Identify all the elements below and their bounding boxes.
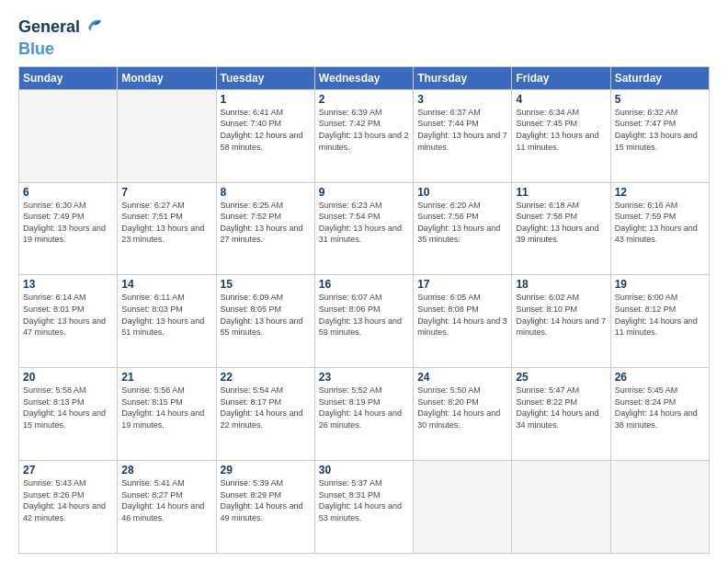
calendar-cell: 15 Sunrise: 6:09 AMSunset: 8:05 PMDaylig… [216, 275, 314, 368]
day-info: Sunrise: 6:32 AMSunset: 7:47 PMDaylight:… [615, 107, 705, 153]
day-number: 10 [417, 186, 507, 199]
day-number: 21 [121, 371, 211, 384]
calendar-cell [512, 461, 610, 554]
day-number: 20 [23, 371, 113, 384]
calendar-cell: 19 Sunrise: 6:00 AMSunset: 8:12 PMDaylig… [610, 275, 709, 368]
page: General Blue SundayMondayTuesdayWednesda… [0, 0, 728, 563]
day-number: 14 [121, 278, 211, 291]
day-info: Sunrise: 6:09 AMSunset: 8:05 PMDaylight:… [221, 292, 311, 338]
calendar-cell: 18 Sunrise: 6:02 AMSunset: 8:10 PMDaylig… [512, 275, 610, 368]
day-info: Sunrise: 6:23 AMSunset: 7:54 PMDaylight:… [319, 200, 409, 246]
day-number: 11 [516, 186, 606, 199]
calendar-cell: 23 Sunrise: 5:52 AMSunset: 8:19 PMDaylig… [314, 368, 413, 461]
day-number: 7 [121, 186, 211, 199]
calendar-cell: 6 Sunrise: 6:30 AMSunset: 7:49 PMDayligh… [19, 182, 118, 275]
calendar-cell: 8 Sunrise: 6:25 AMSunset: 7:52 PMDayligh… [216, 182, 314, 275]
calendar-cell: 26 Sunrise: 5:45 AMSunset: 8:24 PMDaylig… [610, 368, 709, 461]
calendar-cell: 7 Sunrise: 6:27 AMSunset: 7:51 PMDayligh… [118, 182, 216, 275]
day-number: 2 [319, 93, 409, 106]
day-info: Sunrise: 6:34 AMSunset: 7:45 PMDaylight:… [516, 107, 606, 153]
day-info: Sunrise: 6:20 AMSunset: 7:56 PMDaylight:… [417, 200, 507, 246]
calendar-cell: 12 Sunrise: 6:16 AMSunset: 7:59 PMDaylig… [610, 182, 709, 275]
day-number: 30 [319, 464, 409, 477]
calendar-cell: 30 Sunrise: 5:37 AMSunset: 8:31 PMDaylig… [314, 461, 413, 554]
day-number: 29 [221, 464, 311, 477]
day-info: Sunrise: 5:39 AMSunset: 8:29 PMDaylight:… [221, 477, 311, 523]
calendar-cell: 2 Sunrise: 6:39 AMSunset: 7:42 PMDayligh… [314, 89, 413, 182]
weekday-header-monday: Monday [118, 66, 216, 89]
day-info: Sunrise: 5:52 AMSunset: 8:19 PMDaylight:… [319, 385, 409, 431]
weekday-header-saturday: Saturday [610, 66, 709, 89]
day-info: Sunrise: 6:14 AMSunset: 8:01 PMDaylight:… [23, 292, 113, 338]
day-number: 12 [615, 186, 705, 199]
day-info: Sunrise: 5:50 AMSunset: 8:20 PMDaylight:… [417, 385, 507, 431]
calendar-cell: 20 Sunrise: 5:58 AMSunset: 8:13 PMDaylig… [19, 368, 118, 461]
day-number: 17 [417, 278, 507, 291]
day-number: 13 [23, 278, 113, 291]
day-number: 1 [221, 93, 311, 106]
day-info: Sunrise: 6:11 AMSunset: 8:03 PMDaylight:… [121, 292, 211, 338]
day-info: Sunrise: 6:27 AMSunset: 7:51 PMDaylight:… [121, 200, 211, 246]
day-number: 8 [221, 186, 311, 199]
day-info: Sunrise: 6:25 AMSunset: 7:52 PMDaylight:… [221, 200, 311, 246]
day-number: 16 [319, 278, 409, 291]
day-number: 23 [319, 371, 409, 384]
day-info: Sunrise: 6:37 AMSunset: 7:44 PMDaylight:… [417, 107, 507, 153]
calendar-cell: 27 Sunrise: 5:43 AMSunset: 8:26 PMDaylig… [19, 461, 118, 554]
weekday-header-wednesday: Wednesday [314, 66, 413, 89]
calendar-cell: 25 Sunrise: 5:47 AMSunset: 8:22 PMDaylig… [512, 368, 610, 461]
logo: General Blue [18, 15, 105, 59]
day-info: Sunrise: 6:07 AMSunset: 8:06 PMDaylight:… [319, 292, 409, 338]
day-info: Sunrise: 5:45 AMSunset: 8:24 PMDaylight:… [615, 385, 705, 431]
day-number: 27 [23, 464, 113, 477]
weekday-header-sunday: Sunday [19, 66, 118, 89]
weekday-header-thursday: Thursday [414, 66, 512, 89]
calendar: SundayMondayTuesdayWednesdayThursdayFrid… [18, 66, 710, 554]
day-number: 18 [516, 278, 606, 291]
calendar-cell: 3 Sunrise: 6:37 AMSunset: 7:44 PMDayligh… [414, 89, 512, 182]
day-info: Sunrise: 6:02 AMSunset: 8:10 PMDaylight:… [516, 292, 606, 338]
day-number: 15 [221, 278, 311, 291]
day-number: 19 [615, 278, 705, 291]
calendar-cell: 11 Sunrise: 6:18 AMSunset: 7:58 PMDaylig… [512, 182, 610, 275]
day-number: 26 [615, 371, 705, 384]
day-number: 5 [615, 93, 705, 106]
day-info: Sunrise: 6:30 AMSunset: 7:49 PMDaylight:… [23, 200, 113, 246]
day-info: Sunrise: 5:41 AMSunset: 8:27 PMDaylight:… [121, 477, 211, 523]
calendar-cell: 28 Sunrise: 5:41 AMSunset: 8:27 PMDaylig… [118, 461, 216, 554]
day-number: 6 [23, 186, 113, 199]
calendar-cell [414, 461, 512, 554]
calendar-cell: 22 Sunrise: 5:54 AMSunset: 8:17 PMDaylig… [216, 368, 314, 461]
calendar-cell: 10 Sunrise: 6:20 AMSunset: 7:56 PMDaylig… [414, 182, 512, 275]
calendar-cell: 24 Sunrise: 5:50 AMSunset: 8:20 PMDaylig… [414, 368, 512, 461]
weekday-header-tuesday: Tuesday [216, 66, 314, 89]
day-info: Sunrise: 5:47 AMSunset: 8:22 PMDaylight:… [516, 385, 606, 431]
day-number: 3 [417, 93, 507, 106]
logo-bird-icon [85, 15, 105, 40]
calendar-cell: 16 Sunrise: 6:07 AMSunset: 8:06 PMDaylig… [314, 275, 413, 368]
calendar-cell: 13 Sunrise: 6:14 AMSunset: 8:01 PMDaylig… [19, 275, 118, 368]
day-info: Sunrise: 6:18 AMSunset: 7:58 PMDaylight:… [516, 200, 606, 246]
day-info: Sunrise: 5:37 AMSunset: 8:31 PMDaylight:… [319, 477, 409, 523]
calendar-cell: 17 Sunrise: 6:05 AMSunset: 8:08 PMDaylig… [414, 275, 512, 368]
logo-text-blue: Blue [18, 40, 105, 59]
calendar-cell: 4 Sunrise: 6:34 AMSunset: 7:45 PMDayligh… [512, 89, 610, 182]
day-info: Sunrise: 6:39 AMSunset: 7:42 PMDaylight:… [319, 107, 409, 153]
day-info: Sunrise: 6:41 AMSunset: 7:40 PMDaylight:… [221, 107, 311, 153]
calendar-cell: 29 Sunrise: 5:39 AMSunset: 8:29 PMDaylig… [216, 461, 314, 554]
day-info: Sunrise: 5:54 AMSunset: 8:17 PMDaylight:… [221, 385, 311, 431]
day-info: Sunrise: 6:16 AMSunset: 7:59 PMDaylight:… [615, 200, 705, 246]
weekday-header-friday: Friday [512, 66, 610, 89]
day-number: 22 [221, 371, 311, 384]
calendar-cell: 1 Sunrise: 6:41 AMSunset: 7:40 PMDayligh… [216, 89, 314, 182]
calendar-cell: 9 Sunrise: 6:23 AMSunset: 7:54 PMDayligh… [314, 182, 413, 275]
calendar-cell [610, 461, 709, 554]
calendar-cell: 21 Sunrise: 5:56 AMSunset: 8:15 PMDaylig… [118, 368, 216, 461]
header: General Blue [18, 15, 710, 59]
day-info: Sunrise: 6:00 AMSunset: 8:12 PMDaylight:… [615, 292, 705, 338]
day-info: Sunrise: 5:58 AMSunset: 8:13 PMDaylight:… [23, 385, 113, 431]
day-number: 25 [516, 371, 606, 384]
day-number: 24 [417, 371, 507, 384]
day-number: 4 [516, 93, 606, 106]
logo-text-general: General [18, 18, 80, 37]
